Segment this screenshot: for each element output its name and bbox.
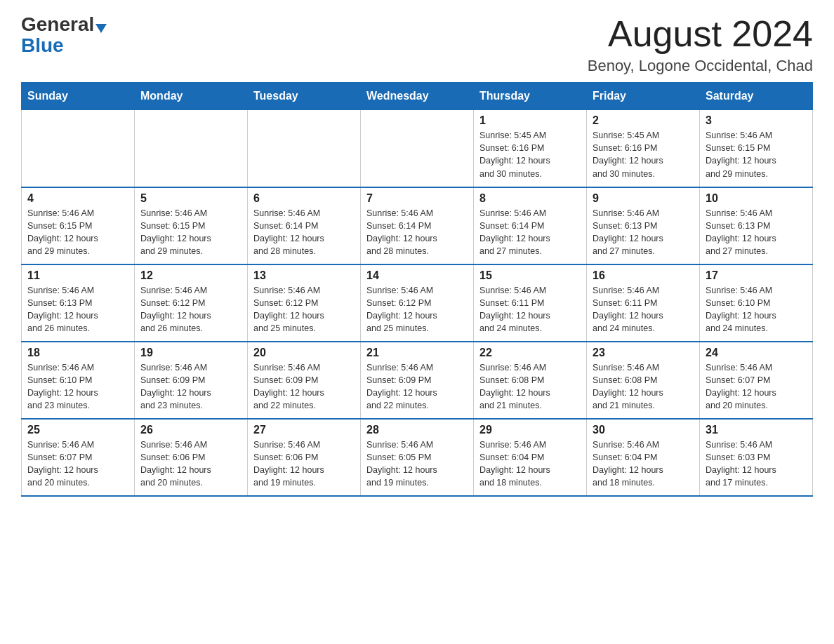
day-number: 26 — [140, 424, 241, 436]
day-info: Sunrise: 5:46 AM Sunset: 6:05 PM Dayligh… — [366, 438, 468, 490]
calendar-cell: 27Sunrise: 5:46 AM Sunset: 6:06 PM Dayli… — [248, 419, 361, 496]
calendar-cell: 31Sunrise: 5:46 AM Sunset: 6:03 PM Dayli… — [700, 419, 813, 496]
day-number: 5 — [140, 192, 241, 205]
weekday-header-monday: Monday — [135, 83, 248, 110]
day-number: 16 — [593, 269, 694, 282]
day-info: Sunrise: 5:46 AM Sunset: 6:12 PM Dayligh… — [253, 284, 355, 335]
day-number: 6 — [253, 192, 355, 205]
title-area: August 2024 Benoy, Logone Occidental, Ch… — [588, 14, 813, 75]
day-number: 25 — [27, 424, 128, 436]
day-number: 24 — [706, 347, 807, 359]
calendar-cell: 15Sunrise: 5:46 AM Sunset: 6:11 PM Dayli… — [474, 264, 587, 342]
calendar-week-2: 4Sunrise: 5:46 AM Sunset: 6:15 PM Daylig… — [22, 187, 813, 264]
day-info: Sunrise: 5:46 AM Sunset: 6:08 PM Dayligh… — [479, 361, 581, 412]
day-number: 18 — [27, 347, 128, 359]
day-info: Sunrise: 5:46 AM Sunset: 6:14 PM Dayligh… — [366, 207, 468, 258]
day-number: 29 — [479, 424, 581, 436]
day-info: Sunrise: 5:46 AM Sunset: 6:06 PM Dayligh… — [253, 438, 355, 490]
calendar-cell: 21Sunrise: 5:46 AM Sunset: 6:09 PM Dayli… — [361, 342, 474, 419]
calendar-cell: 23Sunrise: 5:46 AM Sunset: 6:08 PM Dayli… — [587, 342, 700, 419]
day-info: Sunrise: 5:46 AM Sunset: 6:15 PM Dayligh… — [27, 207, 128, 258]
calendar-cell: 19Sunrise: 5:46 AM Sunset: 6:09 PM Dayli… — [135, 342, 248, 419]
calendar-cell: 10Sunrise: 5:46 AM Sunset: 6:13 PM Dayli… — [700, 187, 813, 264]
day-number: 23 — [593, 347, 694, 359]
calendar-cell — [135, 110, 248, 187]
calendar-cell: 1Sunrise: 5:45 AM Sunset: 6:16 PM Daylig… — [474, 110, 587, 187]
day-info: Sunrise: 5:46 AM Sunset: 6:04 PM Dayligh… — [479, 438, 581, 490]
calendar-cell: 9Sunrise: 5:46 AM Sunset: 6:13 PM Daylig… — [587, 187, 700, 264]
calendar-cell — [22, 110, 135, 187]
day-number: 1 — [479, 114, 581, 127]
weekday-header-saturday: Saturday — [700, 83, 813, 110]
day-number: 11 — [27, 269, 128, 282]
calendar-cell: 6Sunrise: 5:46 AM Sunset: 6:14 PM Daylig… — [248, 187, 361, 264]
day-info: Sunrise: 5:46 AM Sunset: 6:10 PM Dayligh… — [27, 361, 128, 412]
header: General Blue August 2024 Benoy, Logone O… — [21, 14, 813, 75]
day-number: 21 — [366, 347, 468, 359]
calendar-cell: 2Sunrise: 5:45 AM Sunset: 6:16 PM Daylig… — [587, 110, 700, 187]
location-title: Benoy, Logone Occidental, Chad — [588, 57, 813, 75]
day-number: 9 — [593, 192, 694, 205]
calendar-week-5: 25Sunrise: 5:46 AM Sunset: 6:07 PM Dayli… — [22, 419, 813, 496]
calendar-cell: 28Sunrise: 5:46 AM Sunset: 6:05 PM Dayli… — [361, 419, 474, 496]
calendar-cell: 13Sunrise: 5:46 AM Sunset: 6:12 PM Dayli… — [248, 264, 361, 342]
day-info: Sunrise: 5:45 AM Sunset: 6:16 PM Dayligh… — [593, 129, 694, 180]
weekday-header-wednesday: Wednesday — [361, 83, 474, 110]
day-info: Sunrise: 5:46 AM Sunset: 6:09 PM Dayligh… — [253, 361, 355, 412]
calendar-cell: 29Sunrise: 5:46 AM Sunset: 6:04 PM Dayli… — [474, 419, 587, 496]
logo-triangle-icon — [95, 24, 107, 33]
calendar-cell: 4Sunrise: 5:46 AM Sunset: 6:15 PM Daylig… — [22, 187, 135, 264]
day-info: Sunrise: 5:46 AM Sunset: 6:07 PM Dayligh… — [27, 438, 128, 490]
calendar-cell: 30Sunrise: 5:46 AM Sunset: 6:04 PM Dayli… — [587, 419, 700, 496]
day-info: Sunrise: 5:46 AM Sunset: 6:11 PM Dayligh… — [479, 284, 581, 335]
day-number: 3 — [706, 114, 807, 127]
day-info: Sunrise: 5:46 AM Sunset: 6:08 PM Dayligh… — [593, 361, 694, 412]
day-info: Sunrise: 5:46 AM Sunset: 6:03 PM Dayligh… — [706, 438, 807, 490]
day-info: Sunrise: 5:46 AM Sunset: 6:06 PM Dayligh… — [140, 438, 241, 490]
day-info: Sunrise: 5:46 AM Sunset: 6:11 PM Dayligh… — [593, 284, 694, 335]
calendar-week-4: 18Sunrise: 5:46 AM Sunset: 6:10 PM Dayli… — [22, 342, 813, 419]
day-number: 22 — [479, 347, 581, 359]
day-number: 31 — [706, 424, 807, 436]
day-info: Sunrise: 5:46 AM Sunset: 6:09 PM Dayligh… — [366, 361, 468, 412]
day-info: Sunrise: 5:46 AM Sunset: 6:09 PM Dayligh… — [140, 361, 241, 412]
day-number: 30 — [593, 424, 694, 436]
logo-blue: Blue — [21, 36, 64, 55]
weekday-header-sunday: Sunday — [22, 83, 135, 110]
calendar-cell: 18Sunrise: 5:46 AM Sunset: 6:10 PM Dayli… — [22, 342, 135, 419]
weekday-header-tuesday: Tuesday — [248, 83, 361, 110]
day-number: 8 — [479, 192, 581, 205]
day-info: Sunrise: 5:46 AM Sunset: 6:15 PM Dayligh… — [706, 129, 807, 180]
calendar-cell: 12Sunrise: 5:46 AM Sunset: 6:12 PM Dayli… — [135, 264, 248, 342]
day-number: 7 — [366, 192, 468, 205]
day-info: Sunrise: 5:46 AM Sunset: 6:13 PM Dayligh… — [593, 207, 694, 258]
day-number: 17 — [706, 269, 807, 282]
calendar-cell — [361, 110, 474, 187]
day-number: 12 — [140, 269, 241, 282]
calendar-cell: 3Sunrise: 5:46 AM Sunset: 6:15 PM Daylig… — [700, 110, 813, 187]
calendar-week-3: 11Sunrise: 5:46 AM Sunset: 6:13 PM Dayli… — [22, 264, 813, 342]
day-number: 2 — [593, 114, 694, 127]
weekday-header-friday: Friday — [587, 83, 700, 110]
day-number: 13 — [253, 269, 355, 282]
calendar-cell: 25Sunrise: 5:46 AM Sunset: 6:07 PM Dayli… — [22, 419, 135, 496]
day-number: 20 — [253, 347, 355, 359]
day-info: Sunrise: 5:46 AM Sunset: 6:12 PM Dayligh… — [366, 284, 468, 335]
day-number: 10 — [706, 192, 807, 205]
day-number: 27 — [253, 424, 355, 436]
day-info: Sunrise: 5:46 AM Sunset: 6:07 PM Dayligh… — [706, 361, 807, 412]
day-number: 28 — [366, 424, 468, 436]
calendar-cell: 11Sunrise: 5:46 AM Sunset: 6:13 PM Dayli… — [22, 264, 135, 342]
calendar-table: SundayMondayTuesdayWednesdayThursdayFrid… — [21, 82, 813, 497]
calendar-cell — [248, 110, 361, 187]
logo-general: General — [21, 13, 94, 35]
calendar-week-1: 1Sunrise: 5:45 AM Sunset: 6:16 PM Daylig… — [22, 110, 813, 187]
weekday-header-row: SundayMondayTuesdayWednesdayThursdayFrid… — [22, 83, 813, 110]
calendar-cell: 16Sunrise: 5:46 AM Sunset: 6:11 PM Dayli… — [587, 264, 700, 342]
logo: General Blue — [21, 14, 107, 55]
day-info: Sunrise: 5:46 AM Sunset: 6:15 PM Dayligh… — [140, 207, 241, 258]
day-info: Sunrise: 5:46 AM Sunset: 6:14 PM Dayligh… — [253, 207, 355, 258]
day-number: 4 — [27, 192, 128, 205]
day-info: Sunrise: 5:46 AM Sunset: 6:10 PM Dayligh… — [706, 284, 807, 335]
month-title: August 2024 — [588, 14, 813, 54]
